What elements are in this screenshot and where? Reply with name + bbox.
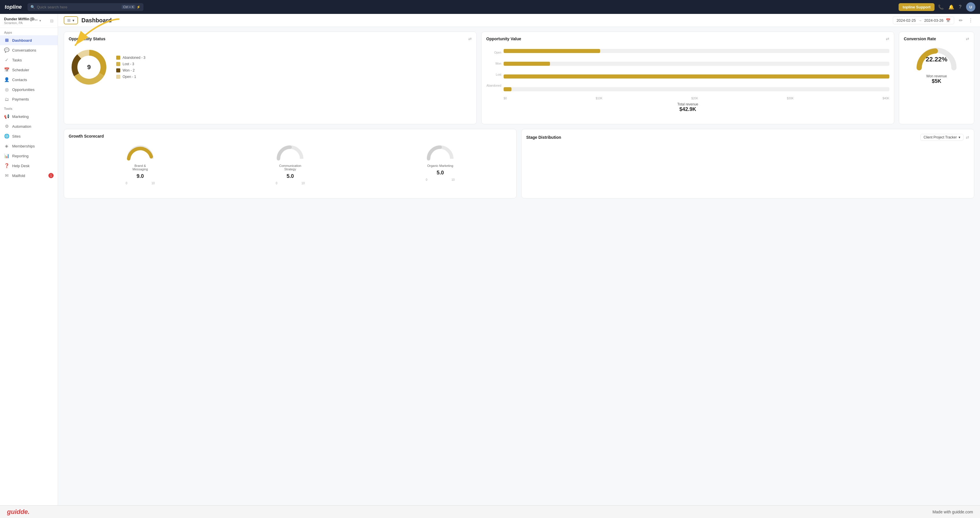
sidebar-item-dashboard[interactable]: ⊞ Dashboard [0, 35, 58, 45]
sidebar-item-automation[interactable]: ⚙ Automation [0, 121, 58, 131]
sidebar-item-label: Memberships [12, 144, 35, 148]
tools-section-label: Tools [0, 104, 58, 111]
bar-chart: Open Won Lost Abandoned [486, 44, 889, 115]
x-label-20k: $20K [691, 97, 698, 100]
bell-icon[interactable]: 🔔 [948, 4, 954, 10]
won-revenue-value: $5K [932, 78, 941, 84]
view-toggle-button[interactable]: ⊞ ▾ [64, 16, 78, 24]
sites-icon: 🌐 [4, 133, 9, 139]
phone-icon[interactable]: 📞 [938, 4, 944, 10]
grid-view-icon: ⊞ [67, 18, 71, 22]
legend-label-open: Open - 1 [123, 75, 136, 79]
stage-chart-placeholder [526, 144, 969, 179]
sidebar-item-opportunities[interactable]: ◎ Opportunities [0, 84, 58, 94]
range-max: 10 [151, 182, 155, 185]
legend-label-abandoned: Abandoned - 3 [123, 56, 145, 60]
filter-icon[interactable]: ⇄ [966, 135, 969, 140]
gauge-range-communication: 0 10 [275, 182, 305, 185]
mailfold-icon: ✉ [4, 173, 9, 178]
sidebar-item-mailfold[interactable]: ✉ Mailfold 1 [0, 171, 58, 181]
sidebar-collapse-button[interactable]: ⊟ [50, 19, 54, 23]
total-revenue-value: $42.9K [679, 106, 696, 113]
sidebar-item-payments[interactable]: 🗂 Payments [0, 94, 58, 104]
filter-icon[interactable]: ⇄ [468, 37, 472, 41]
sidebar-item-scheduler[interactable]: 📅 Scheduler [0, 65, 58, 75]
view-toggle-label: ▾ [72, 18, 75, 22]
stage-dropdown[interactable]: Client Project Tracker ▾ [920, 134, 964, 141]
workspace-subtitle: Scranton, PA [4, 21, 38, 25]
sidebar-item-label: Marketing [12, 114, 29, 119]
support-button[interactable]: topline Support [899, 3, 934, 11]
help-icon[interactable]: ? [959, 4, 961, 10]
gauge-value-brand: 9.0 [137, 173, 144, 180]
more-options-button[interactable]: ⋮ [967, 16, 974, 24]
dashboard-grid: Opportunity Status ⇄ [58, 27, 980, 203]
x-label-30k: $30K [787, 97, 794, 100]
sidebar-item-memberships[interactable]: ◈ Memberships [0, 141, 58, 151]
range-min: 0 [275, 182, 277, 185]
legend-dot-abandoned [116, 56, 120, 60]
gauge-item-organic: Organic Marketing 5.0 0 10 [426, 144, 455, 185]
sidebar-item-tasks[interactable]: ✓ Tasks [0, 55, 58, 65]
apps-section-label: Apps [0, 28, 58, 35]
calendar-icon: 📅 [946, 18, 950, 22]
filter-icon[interactable]: ⇄ [886, 37, 889, 41]
workspace-info: Dunder Mifflin [D... Scranton, PA [4, 17, 38, 25]
card-title: Opportunity Status [69, 37, 105, 41]
y-label-lost: Lost [496, 73, 501, 76]
legend-item-lost: Lost - 3 [116, 62, 145, 66]
filter-icon[interactable]: ⇄ [966, 37, 969, 41]
search-shortcut: Ctrl + K ⚡ [122, 5, 140, 9]
y-label-open: Open [494, 51, 501, 54]
shortcut-key: Ctrl + K [122, 5, 135, 9]
total-revenue-row: Total revenue $42.9K [486, 102, 889, 113]
tasks-icon: ✓ [4, 57, 9, 63]
contacts-icon: 👤 [4, 77, 9, 82]
sidebar-item-sites[interactable]: 🌐 Sites [0, 131, 58, 141]
sidebar-item-label: Reporting [12, 154, 29, 158]
gauge-label-brand: Brand & Messaging [127, 164, 153, 171]
card-title: Conversion Rate [904, 37, 936, 41]
x-label-10k: $10K [596, 97, 603, 100]
donut-center-value: 9 [87, 64, 91, 71]
subheader: ⊞ ▾ Dashboard 2024-02-25 → 2024-03-26 📅 … [58, 14, 980, 27]
date-arrow-icon: → [918, 18, 922, 22]
bar-open [504, 47, 889, 55]
won-revenue-row: Won revenue $5K [926, 74, 947, 84]
date-from: 2024-02-25 [897, 18, 916, 22]
sidebar-item-label: Payments [12, 97, 29, 102]
sidebar-item-conversations[interactable]: 💬 Conversations [0, 45, 58, 55]
workspace-name: Dunder Mifflin [D... [4, 17, 38, 21]
bar-won [504, 60, 889, 68]
gauge-label-communication: Communication Strategy [277, 164, 303, 171]
page-title: Dashboard [81, 17, 111, 24]
opportunity-value-card: Opportunity Value ⇄ Open Won Lost Abando… [481, 32, 894, 124]
sidebar-item-label: Automation [12, 124, 31, 129]
payments-icon: 🗂 [4, 97, 9, 102]
date-range-picker[interactable]: 2024-02-25 → 2024-03-26 📅 [893, 16, 954, 24]
stage-distribution-card: Stage Distribution Client Project Tracke… [521, 129, 974, 199]
sidebar-item-helpdesk[interactable]: ❓ Help Desk [0, 161, 58, 171]
main-content: ⊞ ▾ Dashboard 2024-02-25 → 2024-03-26 📅 … [58, 14, 980, 505]
conversion-rate-card: Conversion Rate ⇄ 22.22% [899, 32, 974, 124]
sidebar-item-reporting[interactable]: 📊 Reporting [0, 151, 58, 161]
gauge-item-brand: Brand & Messaging 9.0 0 10 [126, 144, 155, 185]
edit-button[interactable]: ✏ [958, 16, 964, 24]
sidebar-item-marketing[interactable]: 📢 Marketing [0, 111, 58, 121]
range-max: 10 [452, 178, 455, 181]
gauge-value-communication: 5.0 [286, 173, 294, 180]
conversations-icon: 💬 [4, 48, 9, 53]
sidebar-item-label: Dashboard [12, 38, 32, 43]
dashboard-row-1: Opportunity Status ⇄ [64, 32, 974, 124]
sidebar-item-contacts[interactable]: 👤 Contacts [0, 75, 58, 84]
gauge-range-organic: 0 10 [426, 178, 455, 181]
avatar[interactable]: U [966, 2, 975, 11]
date-to: 2024-03-26 [924, 18, 944, 22]
growth-scorecard-card: Growth Scorecard Brand & Messaging 9.0 [64, 129, 517, 199]
helpdesk-icon: ❓ [4, 163, 9, 168]
gauge-communication [275, 144, 305, 162]
gauge-label-organic: Organic Marketing [427, 164, 453, 167]
workspace-selector[interactable]: Dunder Mifflin [D... Scranton, PA ▾ ⊟ [0, 14, 58, 28]
search-icon: 🔍 [30, 5, 35, 9]
card-header: Opportunity Status ⇄ [69, 37, 472, 41]
